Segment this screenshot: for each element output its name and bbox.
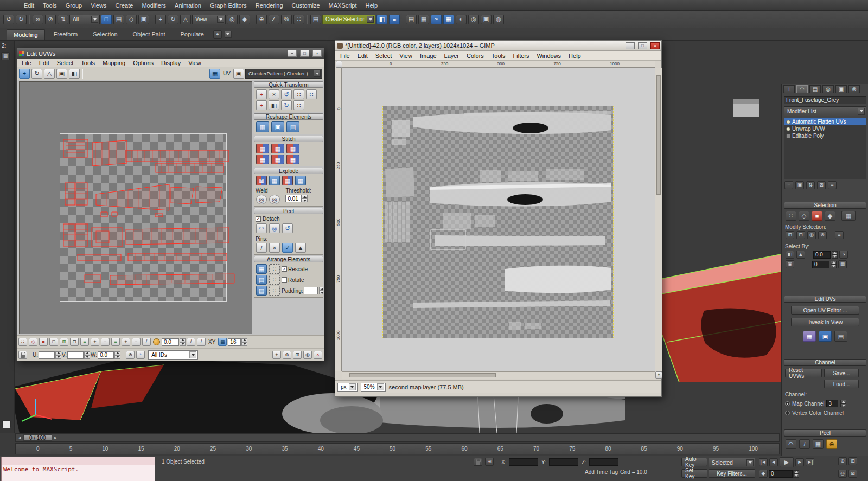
- ribbon-tab-selection[interactable]: Selection: [86, 29, 124, 39]
- padding-field[interactable]: [304, 287, 318, 294]
- falloff-shape-icon[interactable]: ◇: [29, 338, 37, 346]
- edge-loop-icon[interactable]: ≡: [80, 338, 89, 346]
- uvw-menu-item[interactable]: Tools: [77, 59, 99, 67]
- listener-output[interactable]: Welcome to MAXScript.: [1, 465, 155, 481]
- hierarchy-tab-icon[interactable]: ▤: [809, 85, 821, 93]
- planar-angle-field[interactable]: 0.0: [813, 251, 831, 259]
- channel-rollout-header[interactable]: Channel: [784, 359, 866, 366]
- map-channel-radio[interactable]: [785, 401, 790, 406]
- u-spinner[interactable]: [55, 351, 61, 359]
- selection-rollout-header[interactable]: Selection: [784, 202, 866, 209]
- stitch-header[interactable]: Stitch: [254, 136, 323, 142]
- maximize-button[interactable]: □: [300, 50, 309, 57]
- uv-canvas[interactable]: [19, 81, 252, 334]
- quick-transform-header[interactable]: Quick Transform: [254, 81, 323, 88]
- align-box-icon[interactable]: ◧: [269, 100, 279, 110]
- rearrange-icon[interactable]: ▤: [256, 286, 267, 296]
- spin-down-icon[interactable]: [114, 355, 120, 359]
- arrange-elements-header[interactable]: Arrange Elements: [254, 256, 323, 262]
- mirror-tool-icon[interactable]: ◧: [69, 69, 80, 79]
- edge-mode-icon[interactable]: ◇: [799, 211, 809, 221]
- freeform-mode-icon[interactable]: ▣: [56, 69, 67, 79]
- shrink-selection-icon[interactable]: ⊟: [796, 231, 805, 239]
- stitch-custom-icon[interactable]: ▦: [256, 144, 269, 153]
- all-ids-dropdown[interactable]: All IDs: [148, 350, 198, 360]
- open-uv-editor-button[interactable]: Open UV Editor ...: [791, 306, 859, 315]
- select-loop-icon[interactable]: ⊗: [818, 231, 827, 239]
- selection-lock-icon[interactable]: [474, 458, 482, 466]
- spinner-snap-icon[interactable]: ∷: [293, 15, 304, 24]
- spin-up-icon[interactable]: [180, 338, 186, 342]
- ribbon-tab-freeform[interactable]: Freeform: [47, 29, 85, 39]
- spin-up-icon[interactable]: [55, 351, 61, 355]
- percent-snap-icon[interactable]: %: [281, 15, 292, 24]
- selected-filter-dropdown[interactable]: Selected: [709, 458, 755, 467]
- selection-region-icon[interactable]: ◇: [126, 15, 137, 24]
- stack-item-automatic-flatten[interactable]: Automatic Flatten UVs: [784, 118, 866, 125]
- gimp-menu-item[interactable]: Help: [565, 52, 585, 60]
- shrink-selection-icon[interactable]: ⊟: [70, 338, 79, 346]
- rotate-cw-icon[interactable]: ↻: [281, 100, 292, 110]
- checker-pattern-dropdown[interactable]: CheckerPattern ( Checker ): [245, 69, 322, 79]
- gimp-maximize-button[interactable]: □: [638, 42, 647, 49]
- show-end-result-icon[interactable]: ▣: [795, 181, 804, 189]
- move-tool-icon[interactable]: +: [19, 69, 30, 79]
- menubar-item[interactable]: Tools: [39, 1, 61, 10]
- select-and-link-icon[interactable]: ∞: [33, 15, 43, 24]
- auto-key-button[interactable]: Auto Key: [681, 458, 707, 466]
- align-x-icon[interactable]: ×: [269, 89, 279, 99]
- peel-rollout-header[interactable]: Peel: [784, 429, 866, 437]
- maxscript-mini-listener[interactable]: Welcome to MAXScript.: [1, 457, 155, 481]
- padding-spinner[interactable]: [319, 287, 323, 294]
- pack-custom-icon[interactable]: ∷: [269, 264, 280, 274]
- zoom-all-icon[interactable]: ⊞: [848, 457, 857, 465]
- hscroll-thumb[interactable]: [349, 373, 496, 377]
- spin-down-icon[interactable]: [832, 255, 838, 259]
- uvw-menu-item[interactable]: File: [18, 59, 35, 67]
- menubar-item[interactable]: MAXScript: [324, 1, 361, 10]
- zoom-region-icon[interactable]: ⊞: [293, 351, 302, 359]
- loop-shrink-icon[interactable]: −: [101, 338, 110, 346]
- grow-selection-icon[interactable]: ⊞: [60, 338, 68, 346]
- show-map-toggle-icon[interactable]: ▦: [209, 69, 220, 79]
- stack-item-editable-poly[interactable]: Editable Poly: [784, 132, 866, 139]
- make-unique-icon[interactable]: ⇅: [806, 181, 815, 189]
- configure-modifier-sets-icon[interactable]: ≡: [828, 181, 837, 189]
- absolute-mode-icon[interactable]: ⊞: [485, 458, 494, 466]
- pan-icon[interactable]: +: [272, 351, 281, 359]
- uvw-menu-item[interactable]: Mapping: [99, 59, 129, 67]
- ring-shrink-icon[interactable]: −: [132, 338, 141, 346]
- spin-up-icon[interactable]: [840, 400, 846, 403]
- spin-down-icon[interactable]: [793, 474, 799, 478]
- explode-header[interactable]: Explode: [254, 168, 323, 174]
- angle-snap-icon[interactable]: ∠: [269, 15, 279, 24]
- vertex-color-radio[interactable]: [785, 411, 790, 415]
- rotate-checkbox[interactable]: [282, 277, 287, 283]
- gimp-menu-item[interactable]: Image: [416, 52, 441, 60]
- modifier-visibility-icon[interactable]: [786, 120, 790, 124]
- utilities-tab-icon[interactable]: ⊗: [848, 85, 860, 93]
- zoom-to-gizmo-icon[interactable]: ×: [314, 351, 322, 359]
- pelt-map-icon[interactable]: ◎: [269, 223, 280, 233]
- select-element-toggle-icon[interactable]: □: [49, 338, 58, 346]
- rearrange-custom-icon[interactable]: ∷: [269, 286, 280, 296]
- space-vertical-icon[interactable]: ∷: [306, 89, 317, 99]
- spin-down-icon[interactable]: [302, 198, 308, 202]
- grid-snap-icon[interactable]: ▦: [218, 338, 227, 346]
- spin-up-icon[interactable]: [241, 338, 247, 342]
- menubar-item[interactable]: Views: [86, 1, 111, 10]
- motion-tab-icon[interactable]: ◎: [822, 85, 834, 93]
- threshold-spinner[interactable]: [302, 195, 308, 202]
- ribbon-state-icon[interactable]: ●: [213, 30, 222, 39]
- falloff-edit-icon[interactable]: /: [187, 338, 195, 346]
- gimp-canvas[interactable]: [342, 68, 655, 371]
- falloff-value-field[interactable]: 0.0: [162, 338, 179, 346]
- explode-edges-icon[interactable]: ▦: [282, 176, 293, 185]
- rotate-ccw-icon[interactable]: ↺: [281, 89, 292, 99]
- rescale-checkbox[interactable]: ✓: [282, 266, 287, 272]
- align-horizontal-icon[interactable]: +: [256, 89, 267, 99]
- gimp-menu-item[interactable]: Colors: [463, 52, 488, 60]
- mirror-icon[interactable]: ◧: [376, 15, 387, 24]
- named-selection-dropdown[interactable]: Create Selection Se: [322, 15, 375, 24]
- stack-item-unwrap-uvw[interactable]: Unwrap UVW: [784, 125, 866, 132]
